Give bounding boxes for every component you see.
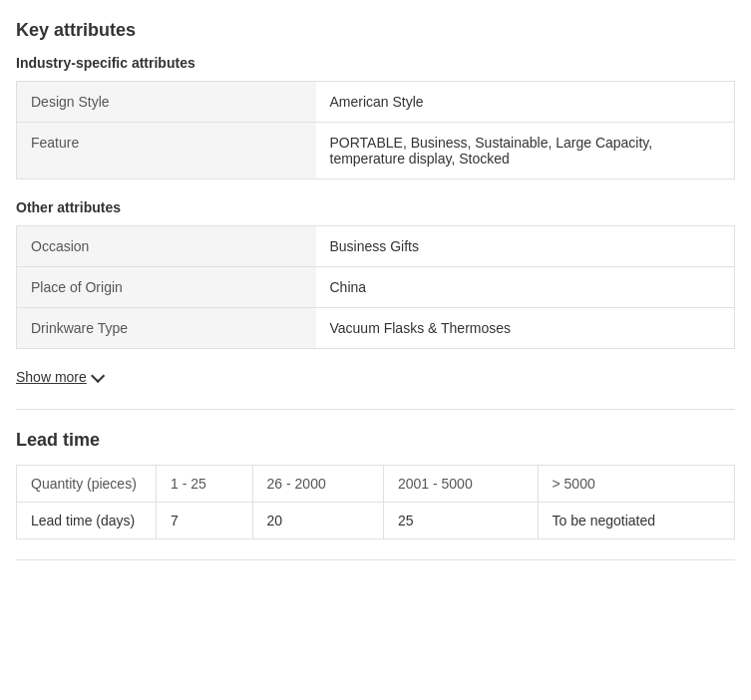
lead-time-data-cell: To be negotiated	[538, 503, 735, 539]
lead-time-header-cell: 26 - 2000	[252, 466, 383, 503]
attr-label: Drinkware Type	[17, 308, 316, 349]
attr-label: Design Style	[17, 82, 316, 123]
lead-time-data-cell: 25	[383, 503, 538, 539]
attr-value: American Style	[316, 82, 735, 123]
lead-time-row-label: Lead time (days)	[17, 503, 157, 539]
show-more-label: Show more	[16, 369, 87, 385]
other-subsection-title: Other attributes	[16, 199, 735, 215]
lead-time-header-cell: 1 - 25	[157, 466, 253, 503]
table-row: Occasion Business Gifts	[17, 226, 735, 267]
lead-time-header-cell: 2001 - 5000	[383, 466, 538, 503]
table-row: Design Style American Style	[17, 82, 735, 123]
table-row: Drinkware Type Vacuum Flasks & Thermoses	[17, 308, 735, 349]
industry-subsection-title: Industry-specific attributes	[16, 55, 735, 71]
lead-time-header-cell: > 5000	[538, 466, 735, 503]
attr-value: Vacuum Flasks & Thermoses	[316, 308, 735, 349]
lead-time-title: Lead time	[16, 430, 735, 451]
attr-value: Business Gifts	[316, 226, 735, 267]
attr-label: Feature	[17, 123, 316, 179]
attr-label: Occasion	[17, 226, 316, 267]
other-attributes-table: Occasion Business Gifts Place of Origin …	[16, 225, 735, 349]
table-row: Place of Origin China	[17, 267, 735, 308]
bottom-divider	[16, 559, 735, 560]
lead-time-data-cell: 7	[157, 503, 253, 539]
show-more-button[interactable]: Show more	[16, 369, 101, 385]
lead-time-header-cell: Quantity (pieces)	[17, 466, 157, 503]
key-attributes-title: Key attributes	[16, 20, 735, 41]
lead-time-header-row: Quantity (pieces)1 - 2526 - 20002001 - 5…	[17, 466, 735, 503]
attr-value: PORTABLE, Business, Sustainable, Large C…	[316, 123, 735, 179]
lead-time-table: Quantity (pieces)1 - 2526 - 20002001 - 5…	[16, 465, 735, 539]
lead-time-data-row: Lead time (days)72025To be negotiated	[17, 503, 735, 539]
section-divider	[16, 409, 735, 410]
chevron-down-icon	[91, 369, 105, 383]
lead-time-data-cell: 20	[252, 503, 383, 539]
table-row: Feature PORTABLE, Business, Sustainable,…	[17, 123, 735, 179]
attr-value: China	[316, 267, 735, 308]
attr-label: Place of Origin	[17, 267, 316, 308]
industry-attributes-table: Design Style American Style Feature PORT…	[16, 81, 735, 179]
